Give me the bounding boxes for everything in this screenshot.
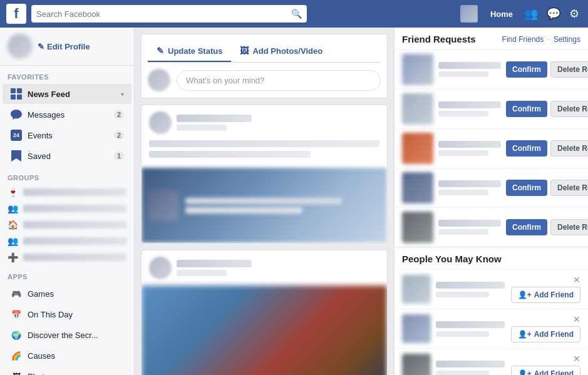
sidebar-item-on-this-day[interactable]: 📅 On This Day xyxy=(3,304,132,324)
photos-icon: 🖼 xyxy=(10,370,23,375)
pymk-info-1 xyxy=(436,282,506,297)
messages-icon[interactable]: 💬 xyxy=(544,7,563,21)
delete-button-3[interactable]: Delete Request xyxy=(550,140,588,157)
confirm-button-4[interactable]: Confirm xyxy=(506,180,547,196)
post-time-1 xyxy=(177,125,227,131)
group-item-1[interactable]: 🍷 xyxy=(0,184,134,200)
fr-info-5 xyxy=(438,220,501,235)
composer-tabs: ✎ Update Status 🖼 Add Photos/Video xyxy=(148,41,381,63)
apps-section-label: APPS xyxy=(0,265,134,283)
group-item-4[interactable]: 👥 xyxy=(0,233,134,249)
causes-icon: 🌈 xyxy=(10,349,23,362)
feed-post-2 xyxy=(141,250,388,375)
friend-requests-title: Friend Requests xyxy=(402,34,476,44)
notifications-icon[interactable]: ⚙ xyxy=(567,7,582,21)
fr-buttons-2: Confirm Delete Request xyxy=(506,101,588,117)
post-avatar-1 xyxy=(149,111,172,134)
delete-button-1[interactable]: Delete Request xyxy=(550,61,588,78)
group-icon-4: 👥 xyxy=(8,236,18,246)
sidebar-item-events[interactable]: 24 Events 2 xyxy=(3,125,132,145)
group-item-2[interactable]: 👥 xyxy=(0,200,134,217)
events-icon: 24 xyxy=(10,129,23,141)
facebook-logo[interactable]: f xyxy=(6,4,26,24)
svg-rect-2 xyxy=(11,95,16,100)
svg-rect-0 xyxy=(11,88,16,93)
confirm-button-2[interactable]: Confirm xyxy=(506,101,547,117)
confirm-button-1[interactable]: Confirm xyxy=(506,61,547,78)
add-friend-icon-2: 👤+ xyxy=(518,330,532,339)
messages-label: Messages xyxy=(28,110,109,120)
search-bar[interactable]: 🔍 xyxy=(31,5,307,23)
pymk-close-3[interactable]: ✕ xyxy=(573,354,580,363)
sidebar-item-games[interactable]: 🎮 Games xyxy=(3,284,132,304)
edit-profile-label: Edit Profile xyxy=(47,42,90,51)
confirm-button-5[interactable]: Confirm xyxy=(506,219,547,235)
settings-link[interactable]: Settings xyxy=(554,35,580,44)
group-label-4 xyxy=(23,237,126,245)
pymk-mutual-2 xyxy=(436,331,489,337)
pymk-mutual-3 xyxy=(436,371,489,376)
pymk-close-2[interactable]: ✕ xyxy=(573,315,580,324)
sidebar-item-photos[interactable]: 🖼 Photos xyxy=(3,366,132,375)
blur-line-1a xyxy=(149,140,379,147)
pymk-actions-1: ✕ 👤+ Add Friend xyxy=(511,275,580,303)
delete-button-4[interactable]: Delete Request xyxy=(550,180,588,196)
pymk-avatar-1 xyxy=(402,275,431,304)
group-item-3[interactable]: 🏠 xyxy=(0,217,134,233)
add-friend-label-3: Add Friend xyxy=(534,369,574,375)
composer-avatar xyxy=(148,69,170,91)
people-you-may-know-section: People You May Know ✕ 👤+ Add Friend xyxy=(395,247,588,375)
messages-sidebar-icon xyxy=(10,108,23,121)
games-label: Games xyxy=(28,289,124,299)
add-friend-button-2[interactable]: 👤+ Add Friend xyxy=(511,326,580,342)
friend-request-2: Confirm Delete Request xyxy=(395,89,588,128)
edit-profile-link[interactable]: ✎ Edit Profile xyxy=(38,42,90,51)
fr-buttons-4: Confirm Delete Request xyxy=(506,180,588,196)
feed-post-2-header xyxy=(142,250,387,285)
sidebar-item-discover[interactable]: 🌍 Discover the Secr... xyxy=(3,325,132,345)
post-image-1 xyxy=(142,168,387,243)
fr-buttons-1: Confirm Delete Request xyxy=(506,61,588,78)
top-navigation: f 🔍 Home 👥 💬 ⚙ xyxy=(0,0,588,28)
svg-rect-1 xyxy=(17,88,22,93)
nav-right: Home 👥 💬 ⚙ xyxy=(460,5,582,23)
fr-name-5 xyxy=(438,220,501,227)
sidebar-item-saved[interactable]: Saved 1 xyxy=(3,146,132,166)
delete-button-5[interactable]: Delete Request xyxy=(550,219,588,235)
discover-label: Discover the Secr... xyxy=(28,331,124,340)
add-friend-button-1[interactable]: 👤+ Add Friend xyxy=(511,287,580,303)
friend-requests-section: Friend Requests Find Friends · Settings … xyxy=(395,28,588,247)
add-friend-label-2: Add Friend xyxy=(534,330,574,339)
composer-input[interactable]: What's on your mind? xyxy=(177,70,381,91)
add-friend-icon-3: 👤+ xyxy=(518,369,532,375)
add-friend-button-3[interactable]: 👤+ Add Friend xyxy=(511,366,580,375)
sidebar-item-causes[interactable]: 🌈 Causes xyxy=(3,346,132,366)
post-composer: ✎ Update Status 🖼 Add Photos/Video What'… xyxy=(141,34,388,98)
search-input[interactable] xyxy=(36,9,291,19)
add-photos-tab[interactable]: 🖼 Add Photos/Video xyxy=(231,41,331,62)
on-this-day-label: On This Day xyxy=(28,310,124,319)
sidebar-profile[interactable]: ✎ Edit Profile xyxy=(0,28,134,66)
sidebar-item-news-feed[interactable]: News Feed ▾ xyxy=(3,84,132,104)
pymk-item-3: ✕ 👤+ Add Friend xyxy=(395,348,588,375)
pymk-title: People You May Know xyxy=(402,254,502,264)
group-item-5[interactable]: ➕ xyxy=(0,249,134,265)
post-thumb-1 xyxy=(148,190,179,221)
blur-line-1b xyxy=(149,151,311,158)
sidebar-item-messages[interactable]: Messages 2 xyxy=(3,105,132,125)
delete-button-2[interactable]: Delete Request xyxy=(550,101,588,117)
pymk-actions-3: ✕ 👤+ Add Friend xyxy=(511,354,580,375)
group-icon-2: 👥 xyxy=(8,203,18,213)
pymk-item-2: ✕ 👤+ Add Friend xyxy=(395,309,588,348)
feed-post-1-header xyxy=(142,105,387,140)
right-panel: Friend Requests Find Friends · Settings … xyxy=(394,28,588,375)
home-link[interactable]: Home xyxy=(485,9,518,19)
confirm-button-3[interactable]: Confirm xyxy=(506,140,547,157)
pymk-mutual-1 xyxy=(436,292,489,297)
friends-icon[interactable]: 👥 xyxy=(522,7,540,21)
pymk-close-1[interactable]: ✕ xyxy=(573,275,580,284)
find-friends-link[interactable]: Find Friends xyxy=(502,35,544,44)
post-image-text xyxy=(185,198,381,213)
update-status-tab[interactable]: ✎ Update Status xyxy=(148,41,231,62)
status-icon: ✎ xyxy=(157,46,164,56)
